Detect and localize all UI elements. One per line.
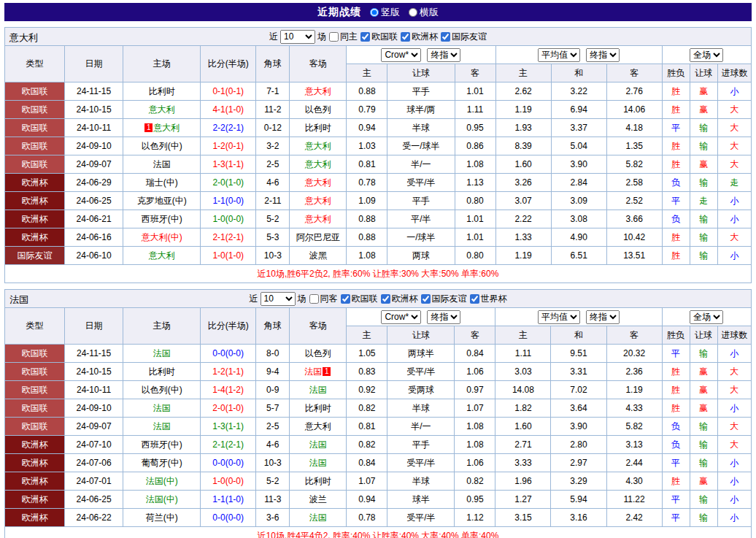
home-team: 法国 <box>123 345 201 363</box>
competition-type-cell: 欧国联 <box>5 155 65 174</box>
team-name: 意大利 <box>9 31 38 45</box>
avg-home-odds: 1.33 <box>495 228 551 247</box>
ah-home-odds: 0.82 <box>347 436 387 454</box>
matches-suffix-label: 场 <box>317 31 326 43</box>
recent-count-select[interactable]: 10 <box>280 30 315 44</box>
competition-filter[interactable]: 国际友谊 <box>440 31 487 43</box>
home-team: 荷兰(中) <box>123 509 201 527</box>
sub-header-4: 和 <box>551 64 606 82</box>
page: 近期战绩 竖版 横版 意大利近10场同主欧国联欧洲杯国际友谊类型日期主场比分(半… <box>0 0 756 538</box>
home-team: 法国 <box>123 155 201 174</box>
match-row: 欧国联24-10-11以色列(中)1-4(1-2)0-9法国0.92受两球0.9… <box>5 381 752 399</box>
result-handicap: 赢 <box>690 381 717 399</box>
competition-label: 欧国联 <box>352 293 378 305</box>
ah-home-odds: 1.05 <box>347 345 387 363</box>
competition-filter[interactable]: 世界杯 <box>469 293 507 305</box>
same-venue-filter[interactable]: 同客 <box>309 293 338 305</box>
avg-home-odds: 1.60 <box>495 418 551 436</box>
result-goals: 小 <box>717 509 751 527</box>
competition-checkbox[interactable] <box>360 32 370 42</box>
away-team-name: 阿尔巴尼亚 <box>296 232 340 242</box>
sub-header-7: 让球 <box>690 326 717 345</box>
same-venue-checkbox[interactable] <box>309 294 319 304</box>
odds-source-select[interactable]: 全场 <box>690 310 723 324</box>
competition-type-cell: 欧洲杯 <box>5 491 65 509</box>
ah-home-odds: 0.81 <box>347 418 387 436</box>
column-header-4: 角球 <box>256 46 290 82</box>
odds-source-select[interactable]: Crow* <box>381 310 421 324</box>
result-handicap: 输 <box>690 436 717 454</box>
ah-home-odds: 0.92 <box>347 381 387 399</box>
competition-checkbox[interactable] <box>401 32 410 42</box>
horizontal-layout-radio[interactable] <box>409 8 417 17</box>
competition-filter[interactable]: 欧国联 <box>360 31 398 43</box>
avg-draw-odds: 9.51 <box>551 345 606 363</box>
same-venue-filter[interactable]: 同主 <box>328 31 358 43</box>
competition-filter[interactable]: 欧洲杯 <box>400 31 438 43</box>
match-date: 24-06-25 <box>65 192 123 210</box>
result-goals: 小 <box>717 454 751 472</box>
avg-home-odds: 1.93 <box>495 119 551 137</box>
home-team-name: 意大利(中) <box>142 232 182 242</box>
odds-source-group-1: 平均值终指 <box>495 308 662 326</box>
avg-away-odds: 4.30 <box>606 472 662 491</box>
layout-option-vertical[interactable]: 竖版 <box>370 6 400 19</box>
avg-home-odds: 3.07 <box>495 192 551 210</box>
odds-source-select[interactable]: 终指 <box>427 48 460 62</box>
competition-checkbox[interactable] <box>341 294 350 304</box>
result-goals: 小 <box>717 192 751 210</box>
ah-away-odds: 0.95 <box>455 119 495 137</box>
home-team-name: 法国(中) <box>146 494 178 504</box>
odds-source-select[interactable]: 全场 <box>690 48 723 62</box>
match-date: 24-06-25 <box>65 491 123 509</box>
avg-home-odds: 1.27 <box>495 491 551 509</box>
odds-source-select[interactable]: Crow* <box>381 48 421 62</box>
odds-source-select[interactable]: 终指 <box>586 48 620 62</box>
ah-home-odds: 0.79 <box>347 101 387 119</box>
competition-checkbox[interactable] <box>421 294 431 304</box>
ah-home-odds: 0.78 <box>347 174 387 192</box>
competition-filter[interactable]: 国际友谊 <box>420 293 467 305</box>
recent-count-select[interactable]: 10 <box>261 292 296 306</box>
result-goals: 走 <box>717 174 751 192</box>
ah-home-odds: 0.83 <box>347 363 387 381</box>
same-venue-label: 同客 <box>320 293 338 305</box>
competition-checkbox[interactable] <box>381 294 390 304</box>
avg-away-odds: 1.19 <box>606 381 662 399</box>
odds-source-select[interactable]: 终指 <box>586 310 620 324</box>
competition-type-cell: 欧洲杯 <box>5 472 65 491</box>
avg-draw-odds: 3.37 <box>551 119 606 137</box>
competition-type-cell: 欧洲杯 <box>5 454 65 472</box>
score-halftime: 1-2(1-1) <box>201 363 256 381</box>
horizontal-layout-label: 横版 <box>420 6 439 19</box>
competition-checkbox[interactable] <box>441 32 450 42</box>
odds-source-select[interactable]: 终指 <box>427 310 460 324</box>
score-halftime: 1-3(1-1) <box>201 155 256 174</box>
avg-draw-odds: 3.31 <box>551 363 606 381</box>
score-halftime: 2-2(2-1) <box>201 119 256 137</box>
competition-filter[interactable]: 欧洲杯 <box>380 293 418 305</box>
ah-away-odds: 1.08 <box>455 436 495 454</box>
competition-filter[interactable]: 欧国联 <box>340 293 378 305</box>
score-halftime: 0-0(0-0) <box>201 509 256 527</box>
result-winloss: 平 <box>662 345 690 363</box>
competition-checkbox[interactable] <box>470 294 479 304</box>
red-card-badge: 1 <box>323 367 331 376</box>
home-team-name: 比利时 <box>149 86 175 96</box>
ah-away-odds: 0.80 <box>455 192 495 210</box>
vertical-layout-radio[interactable] <box>370 8 379 17</box>
ah-home-odds: 1.03 <box>347 137 387 155</box>
result-goals: 小 <box>717 399 751 418</box>
odds-source-select[interactable]: 平均值 <box>538 310 580 324</box>
ah-away-odds: 1.01 <box>455 210 495 228</box>
competition-type-cell: 欧洲杯 <box>5 210 65 228</box>
ah-handicap: 受平/半 <box>387 509 455 527</box>
same-venue-checkbox[interactable] <box>329 32 339 42</box>
result-handicap: 输 <box>690 210 717 228</box>
sub-header-1: 让球 <box>387 326 455 345</box>
odds-source-select[interactable]: 平均值 <box>538 48 580 62</box>
match-row: 国际友谊24-06-10意大利1-0(1-0)10-3波黑1.08两球0.801… <box>5 247 752 265</box>
layout-option-horizontal[interactable]: 横版 <box>409 6 439 19</box>
column-header-1: 日期 <box>65 308 123 345</box>
match-date: 24-07-10 <box>65 436 123 454</box>
